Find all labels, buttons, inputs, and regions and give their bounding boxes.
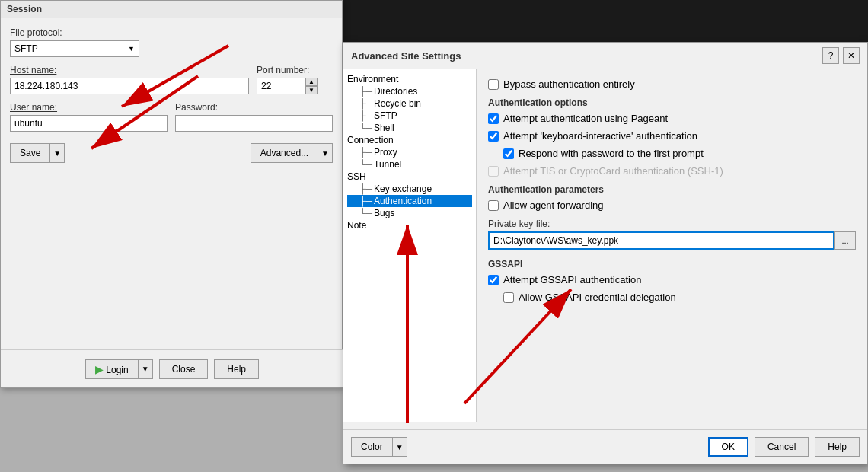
allow-gssapi-row: Allow GSSAPI credential delegation (503, 292, 856, 303)
advanced-btn-group: Advanced... ▼ (251, 143, 333, 163)
allow-gssapi-checkbox[interactable] (503, 292, 514, 303)
auth-params-title: Authentication parameters (488, 184, 856, 195)
color-btn-group: Color ▼ (351, 437, 407, 457)
allow-agent-label: Allow agent forwarding (503, 199, 604, 211)
dialog-titlebar: Advanced Site Settings ? ✕ (343, 43, 867, 69)
tree-item-connection[interactable]: Connection (347, 134, 472, 146)
auth-options-title: Authentication options (488, 97, 856, 108)
session-panel: Session File protocol: SFTP ▼ Host name:… (0, 0, 343, 388)
dialog-title: Advanced Site Settings (351, 50, 461, 62)
host-name-label: Host name: (10, 65, 249, 75)
host-name-input[interactable] (10, 78, 249, 94)
tree-item-directories[interactable]: ├─Directories (347, 85, 472, 97)
tree-item-bugs[interactable]: └─Bugs (347, 207, 472, 219)
footer-help-button[interactable]: Help (815, 437, 860, 457)
login-dropdown-btn[interactable]: ▼ (139, 359, 153, 379)
allow-agent-row: Allow agent forwarding (488, 199, 856, 211)
tree-item-shell[interactable]: └─Shell (347, 122, 472, 134)
attempt-pageant-checkbox[interactable] (488, 113, 499, 124)
ok-button[interactable]: OK (708, 437, 748, 457)
dark-header (343, 0, 868, 42)
color-dropdown-btn[interactable]: ▼ (393, 437, 407, 457)
attempt-tis-row: Attempt TIS or CryptoCard authentication… (488, 165, 856, 177)
save-btn-group: Save ▼ (10, 143, 65, 163)
user-name-input[interactable] (10, 115, 168, 132)
port-up-btn[interactable]: ▲ (305, 78, 318, 86)
attempt-tis-checkbox[interactable] (488, 166, 499, 177)
protocol-value: SFTP (14, 43, 38, 54)
tree-item-ssh[interactable]: SSH (347, 171, 472, 183)
color-button[interactable]: Color (351, 437, 393, 457)
allow-agent-checkbox[interactable] (488, 200, 499, 211)
gssapi-title: GSSAPI (488, 259, 856, 269)
advanced-button[interactable]: Advanced... (251, 143, 318, 163)
settings-panel: Bypass authentication entirely Authentic… (477, 69, 867, 422)
dialog-controls: ? ✕ (822, 47, 860, 64)
tree-item-authentication[interactable]: ├─Authentication (347, 195, 472, 207)
attempt-keyboard-checkbox[interactable] (488, 131, 499, 142)
tree-item-environment[interactable]: Environment (347, 73, 472, 85)
attempt-gssapi-checkbox[interactable] (488, 275, 499, 285)
password-input[interactable] (175, 115, 333, 132)
protocol-arrow-icon: ▼ (128, 45, 135, 53)
private-key-row: ... (488, 231, 856, 250)
port-down-btn[interactable]: ▼ (305, 86, 318, 94)
tree-item-note[interactable]: Note (347, 219, 472, 231)
attempt-pageant-label: Attempt authentication using Pageant (503, 113, 668, 124)
tree-item-sftp[interactable]: ├─SFTP (347, 110, 472, 122)
respond-password-checkbox[interactable] (503, 148, 514, 159)
advanced-dialog: Advanced Site Settings ? ✕ Environment ├… (343, 42, 868, 464)
tree-item-tunnel[interactable]: └─Tunnel (347, 158, 472, 171)
save-dropdown-btn[interactable]: ▼ (50, 143, 65, 163)
dialog-footer: Color ▼ OK Cancel Help (343, 429, 867, 464)
user-name-label: User name: (10, 102, 168, 113)
browse-button[interactable]: ... (834, 231, 856, 250)
save-button[interactable]: Save (10, 143, 50, 163)
private-key-input[interactable] (488, 231, 834, 250)
tree-item-proxy[interactable]: ├─Proxy (347, 146, 472, 158)
bypass-auth-label: Bypass authentication entirely (503, 78, 635, 90)
bypass-auth-row: Bypass authentication entirely (488, 78, 856, 90)
dialog-help-btn[interactable]: ? (822, 47, 839, 64)
allow-gssapi-label: Allow GSSAPI credential delegation (519, 292, 676, 303)
port-label: Port number: (257, 65, 333, 75)
login-icon: ▶ (95, 363, 104, 375)
bypass-auth-checkbox[interactable] (488, 79, 499, 90)
file-protocol-select[interactable]: SFTP ▼ (10, 40, 139, 57)
tree-panel: Environment ├─Directories ├─Recycle bin … (343, 69, 477, 422)
close-button[interactable]: Close (159, 359, 209, 379)
dialog-close-btn[interactable]: ✕ (843, 47, 860, 64)
cancel-button[interactable]: Cancel (755, 437, 809, 457)
help-button[interactable]: Help (214, 359, 259, 379)
login-btn-group: ▶ Login ▼ (85, 359, 153, 379)
attempt-pageant-row: Attempt authentication using Pageant (488, 113, 856, 124)
gssapi-section: GSSAPI Attempt GSSAPI authentication All… (488, 259, 856, 303)
tree-item-recycle-bin[interactable]: ├─Recycle bin (347, 97, 472, 110)
login-button[interactable]: ▶ Login (85, 359, 139, 379)
attempt-keyboard-label: Attempt 'keyboard-interactive' authentic… (503, 130, 697, 142)
file-protocol-label: File protocol: (10, 27, 333, 38)
advanced-dropdown-btn[interactable]: ▼ (318, 143, 333, 163)
tree-item-key-exchange[interactable]: ├─Key exchange (347, 183, 472, 195)
private-key-label: Private key file: (488, 218, 856, 229)
attempt-tis-label: Attempt TIS or CryptoCard authentication… (503, 165, 723, 177)
attempt-keyboard-row: Attempt 'keyboard-interactive' authentic… (488, 130, 856, 142)
attempt-gssapi-label: Attempt GSSAPI authentication (503, 274, 641, 285)
private-key-section: Private key file: ... (488, 218, 856, 250)
respond-password-row: Respond with password to the first promp… (503, 148, 856, 159)
login-label: Login (106, 365, 128, 375)
password-label: Password: (175, 102, 333, 113)
port-input[interactable] (257, 78, 306, 94)
session-bottom-bar: ▶ Login ▼ Close Help (1, 349, 343, 387)
attempt-gssapi-row: Attempt GSSAPI authentication (488, 274, 856, 285)
respond-password-label: Respond with password to the first promp… (519, 148, 704, 159)
dialog-content: Environment ├─Directories ├─Recycle bin … (343, 69, 867, 422)
session-title: Session (1, 1, 342, 18)
